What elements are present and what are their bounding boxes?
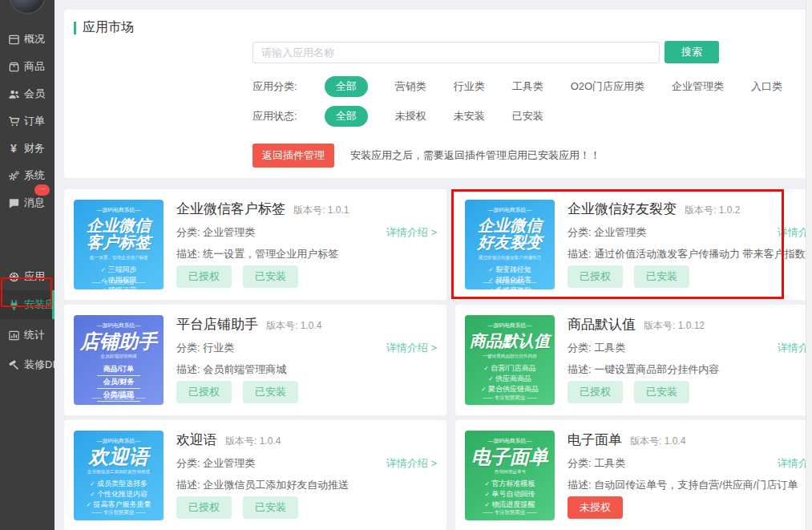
- app-description: 描述: 统一设置，管理企业用户标签: [176, 247, 437, 261]
- app-version: 版本号: 1.0.4: [225, 435, 281, 448]
- category-industry[interactable]: 行业类: [454, 79, 485, 94]
- thumb-bullets: 成员类型选择多个性化推送内容提高客户服务质量: [87, 479, 151, 510]
- app-card-info: 平台店铺助手 版本号: 1.0.4 分类: 行业类 描述: 会员前端管理商城 详…: [176, 315, 437, 405]
- search-button[interactable]: 搜索: [665, 41, 719, 63]
- vertical-scrollbar[interactable]: [806, 0, 812, 530]
- category-label: 应用分类:: [252, 79, 297, 94]
- thumb-bottom-label: —— 专注智慧商业 ——: [474, 394, 546, 401]
- message-count-badge: ···: [34, 184, 50, 196]
- sidebar-item-finance[interactable]: ¥ 财务: [0, 135, 55, 162]
- back-to-plugins-button[interactable]: 返回插件管理: [252, 144, 334, 168]
- authorized-badge[interactable]: 已授权: [176, 381, 232, 403]
- sidebar-item-label: 安装应用: [24, 297, 55, 312]
- main-content: 应用市场 搜索 应用分类: 全部 营销类 行业类 工具类 O2O门店应用类 企业…: [55, 0, 812, 530]
- app-version: 版本号: 1.0.12: [644, 319, 705, 333]
- thumb-top-label: —源码电商系统—: [488, 437, 531, 444]
- authorized-badge[interactable]: 已授权: [176, 496, 232, 519]
- app-card-info: 企业微信客户标签 版本号: 1.0.1 分类: 企业管理类 描述: 统一设置，管…: [176, 200, 437, 289]
- sidebar-item-goods[interactable]: 商品: [0, 53, 55, 80]
- installed-badge[interactable]: 已安装: [634, 265, 689, 288]
- sidebar-item-apps[interactable]: 应用: [0, 263, 55, 290]
- unauthorized-badge[interactable]: 未授权: [568, 496, 623, 519]
- category-marketing[interactable]: 营销类: [395, 79, 426, 94]
- app-thumbnail: —源码电商系统— 欢迎语 企业微信员工添加好友自动推送 成员类型选择多个性化推送…: [74, 431, 164, 520]
- category-all-pill[interactable]: 全部: [325, 76, 368, 97]
- sidebar-item-install-apps[interactable]: 安装应用: [0, 290, 55, 319]
- app-version: 版本号: 1.0.1: [293, 204, 349, 217]
- app-card-info: 商品默认值 版本号: 1.0.12 分类: 工具类 描述: 一键设置商品部分挂件…: [568, 315, 812, 405]
- sidebar-item-diy[interactable]: 装修DIY: [0, 351, 55, 378]
- installed-badge[interactable]: 已安装: [243, 381, 298, 403]
- status-uninstalled[interactable]: 未安装: [454, 109, 485, 123]
- sidebar-item-label: 商品: [24, 59, 45, 74]
- app-thumbnail: —源码电商系统— 商品默认值 一键设置商品部分挂件内容 自营/门店商品供应商商品…: [465, 315, 555, 405]
- app-card: —源码电商系统— 企业微信好友裂变 通过价值活动激发客户传播动力 裂变路径短规模…: [455, 189, 812, 300]
- authorized-badge[interactable]: 已授权: [176, 265, 232, 288]
- app-card: —源码电商系统— 店铺助手 会员前端管理商城 商品/订单会员/财务分类/提现 —…: [64, 305, 446, 415]
- installed-badge[interactable]: 已安装: [634, 381, 689, 403]
- thumb-top-label: —源码电商系统—: [97, 322, 140, 329]
- status-label: 应用状态:: [252, 109, 297, 123]
- sidebar-item-messages[interactable]: 消息 ···: [0, 189, 55, 216]
- apps-wheel-icon: [7, 270, 20, 283]
- app-category: 分类: 工具类: [568, 456, 812, 471]
- category-tools[interactable]: 工具类: [512, 79, 543, 94]
- detail-link[interactable]: 详情介绍 >: [386, 225, 437, 240]
- thumb-bottom-label: —— 专注智慧商业 ——: [83, 278, 155, 285]
- thumb-subtitle: 一键设置商品部分挂件内容: [483, 353, 536, 359]
- thumb-subtitle: 企业微信员工添加好友自动推送: [87, 468, 150, 475]
- status-unauthorized[interactable]: 未授权: [395, 109, 426, 123]
- app-thumbnail: —源码电商系统— 店铺助手 会员前端管理商城 商品/订单会员/财务分类/提现 —…: [74, 315, 164, 405]
- thumb-title: 电子面单: [471, 448, 548, 465]
- sidebar-item-label: 应用: [24, 269, 45, 284]
- sidebar-item-label: 会员: [24, 87, 45, 101]
- thumb-title: 欢迎语: [89, 448, 149, 465]
- thumb-title: 企业微信客户标签: [87, 217, 151, 251]
- app-title: 欢迎语: [176, 431, 217, 449]
- thumb-subtitle: 会员前端管理商城: [101, 353, 137, 359]
- app-thumbnail: —源码电商系统— 电子面单 自动回传运单号 官方标准模板单号自动回传物流进度提醒…: [465, 431, 555, 520]
- thumb-top-label: —源码电商系统—: [488, 206, 531, 213]
- detail-link[interactable]: 详情介绍 >: [386, 456, 437, 471]
- app-card: —源码电商系统— 企业微信客户标签 统一设置，管理企业用户标签 三端同步使用权限…: [64, 189, 446, 300]
- authorized-badge[interactable]: 已授权: [568, 381, 623, 403]
- sidebar-menu: 概况 商品 会员 订单 ¥ 财务: [0, 26, 55, 378]
- search-row: 搜索: [252, 41, 812, 63]
- avatar[interactable]: [9, 0, 46, 14]
- sidebar-item-members[interactable]: 会员: [0, 80, 55, 107]
- stats-chart-icon: [7, 329, 20, 342]
- page-title: 应用市场: [83, 19, 134, 36]
- search-input[interactable]: [252, 42, 660, 63]
- status-filter-row: 应用状态: 全部 未授权 未安装 已安装: [252, 106, 812, 126]
- thumb-bottom-label: —— 专注智慧商业 ——: [83, 394, 155, 401]
- thumb-bottom-label: —— 专注智慧商业 ——: [474, 278, 546, 285]
- installed-badge[interactable]: 已安装: [243, 496, 298, 519]
- app-description: 描述: 企业微信员工添加好友自动推送: [176, 478, 437, 492]
- app-card: —源码电商系统— 商品默认值 一键设置商品部分挂件内容 自营/门店商品供应商商品…: [455, 305, 812, 415]
- app-version: 版本号: 1.0.4: [630, 435, 685, 448]
- sidebar-spacer: [0, 216, 55, 263]
- status-installed[interactable]: 已安装: [512, 109, 543, 123]
- category-filter-row: 应用分类: 全部 营销类 行业类 工具类 O2O门店应用类 企业管理类 入口类: [252, 76, 812, 96]
- app-title: 商品默认值: [568, 315, 636, 334]
- sidebar-item-label: 概况: [24, 32, 45, 47]
- status-all-pill[interactable]: 全部: [325, 106, 368, 127]
- installed-badge[interactable]: 已安装: [243, 265, 298, 288]
- thumb-subtitle: 统一设置，管理企业用户标签: [90, 254, 148, 261]
- page-title-row: 应用市场: [74, 19, 812, 36]
- notice-row: 返回插件管理 安装应用之后，需要返回插件管理启用已安装应用！！: [252, 144, 812, 168]
- detail-link[interactable]: 详情介绍 >: [386, 341, 437, 355]
- thumb-subtitle: 自动回传运单号: [494, 468, 525, 475]
- category-enterprise[interactable]: 企业管理类: [672, 79, 724, 94]
- sidebar-item-orders[interactable]: 订单: [0, 107, 55, 135]
- thumb-bullets: 三端同步使用权限精细运营: [101, 265, 137, 289]
- category-entry[interactable]: 入口类: [751, 79, 782, 94]
- sidebar-item-label: 系统: [24, 168, 45, 183]
- sidebar-item-overview[interactable]: 概况: [0, 26, 55, 53]
- app-title: 企业微信好友裂变: [568, 200, 677, 218]
- sidebar-item-stats[interactable]: 统计: [0, 319, 55, 351]
- authorized-badge[interactable]: 已授权: [568, 265, 623, 288]
- orders-icon: [7, 115, 20, 127]
- thumb-subtitle: 通过价值活动激发客户传播动力: [479, 254, 541, 261]
- category-o2o[interactable]: O2O门店应用类: [571, 79, 644, 94]
